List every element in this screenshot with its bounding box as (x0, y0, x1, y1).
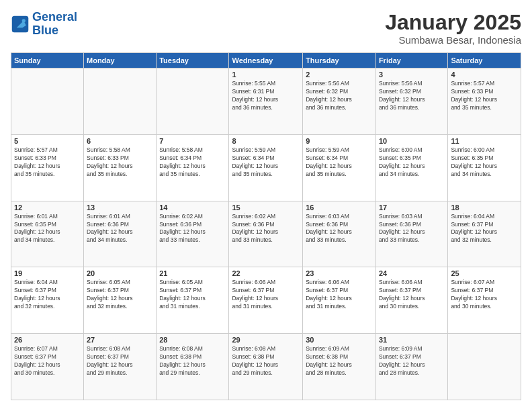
calendar-cell: 13Sunrise: 6:01 AM Sunset: 6:36 PM Dayli… (84, 201, 157, 267)
calendar-cell: 5Sunrise: 5:57 AM Sunset: 6:33 PM Daylig… (11, 134, 84, 201)
day-number: 26 (14, 336, 81, 344)
calendar-cell: 23Sunrise: 6:06 AM Sunset: 6:37 PM Dayli… (303, 267, 376, 334)
day-info: Sunrise: 5:57 AM Sunset: 6:33 PM Dayligh… (451, 80, 518, 112)
day-number: 16 (306, 203, 373, 212)
day-number: 1 (232, 71, 300, 79)
calendar-title: January 2025 (385, 11, 521, 34)
calendar-cell: 27Sunrise: 6:08 AM Sunset: 6:37 PM Dayli… (84, 334, 157, 400)
calendar-cell: 18Sunrise: 6:04 AM Sunset: 6:37 PM Dayli… (448, 201, 521, 267)
day-info: Sunrise: 6:01 AM Sunset: 6:36 PM Dayligh… (87, 213, 153, 245)
calendar-cell (84, 68, 157, 135)
calendar-cell: 22Sunrise: 6:06 AM Sunset: 6:37 PM Dayli… (229, 267, 303, 334)
day-info: Sunrise: 6:05 AM Sunset: 6:37 PM Dayligh… (87, 279, 153, 311)
day-info: Sunrise: 5:57 AM Sunset: 6:33 PM Dayligh… (14, 146, 81, 179)
day-number: 19 (14, 269, 81, 277)
calendar-table: SundayMondayTuesdayWednesdayThursdayFrid… (11, 52, 521, 400)
calendar-body: 1Sunrise: 5:55 AM Sunset: 6:31 PM Daylig… (11, 68, 521, 400)
calendar-week-3: 19Sunrise: 6:04 AM Sunset: 6:37 PM Dayli… (11, 267, 521, 334)
weekday-header-sunday: Sunday (11, 53, 84, 68)
calendar-cell: 3Sunrise: 5:56 AM Sunset: 6:32 PM Daylig… (375, 68, 447, 135)
weekday-header-wednesday: Wednesday (229, 53, 303, 68)
calendar-cell: 20Sunrise: 6:05 AM Sunset: 6:37 PM Dayli… (84, 267, 157, 334)
day-info: Sunrise: 6:08 AM Sunset: 6:38 PM Dayligh… (232, 345, 300, 377)
day-info: Sunrise: 6:06 AM Sunset: 6:37 PM Dayligh… (379, 279, 445, 311)
weekday-row: SundayMondayTuesdayWednesdayThursdayFrid… (11, 53, 521, 68)
day-info: Sunrise: 6:05 AM Sunset: 6:37 PM Dayligh… (159, 279, 226, 311)
day-number: 12 (14, 203, 81, 212)
day-info: Sunrise: 5:58 AM Sunset: 6:34 PM Dayligh… (159, 146, 226, 179)
weekday-header-tuesday: Tuesday (157, 53, 229, 68)
day-info: Sunrise: 6:04 AM Sunset: 6:37 PM Dayligh… (451, 213, 518, 245)
day-number: 30 (306, 336, 373, 344)
day-info: Sunrise: 6:08 AM Sunset: 6:37 PM Dayligh… (87, 345, 153, 377)
day-info: Sunrise: 6:09 AM Sunset: 6:37 PM Dayligh… (379, 345, 445, 377)
day-info: Sunrise: 6:06 AM Sunset: 6:37 PM Dayligh… (232, 279, 300, 311)
day-number: 31 (379, 336, 445, 344)
calendar-cell: 21Sunrise: 6:05 AM Sunset: 6:37 PM Dayli… (157, 267, 229, 334)
weekday-header-friday: Friday (375, 53, 447, 68)
day-number: 8 (232, 137, 300, 145)
calendar-page: General Blue January 2025 Sumbawa Besar,… (0, 0, 532, 411)
day-info: Sunrise: 6:02 AM Sunset: 6:36 PM Dayligh… (159, 213, 226, 245)
day-info: Sunrise: 5:59 AM Sunset: 6:34 PM Dayligh… (306, 146, 373, 179)
calendar-cell: 16Sunrise: 6:03 AM Sunset: 6:36 PM Dayli… (303, 201, 376, 267)
weekday-header-monday: Monday (84, 53, 157, 68)
calendar-cell: 4Sunrise: 5:57 AM Sunset: 6:33 PM Daylig… (448, 68, 521, 135)
calendar-cell: 10Sunrise: 6:00 AM Sunset: 6:35 PM Dayli… (375, 134, 447, 201)
calendar-cell: 2Sunrise: 5:56 AM Sunset: 6:32 PM Daylig… (303, 68, 376, 135)
logo-icon (11, 15, 30, 34)
day-number: 7 (159, 137, 226, 145)
calendar-cell: 8Sunrise: 5:59 AM Sunset: 6:34 PM Daylig… (229, 134, 303, 201)
calendar-cell: 28Sunrise: 6:08 AM Sunset: 6:38 PM Dayli… (157, 334, 229, 400)
calendar-cell: 7Sunrise: 5:58 AM Sunset: 6:34 PM Daylig… (157, 134, 229, 201)
calendar-week-0: 1Sunrise: 5:55 AM Sunset: 6:31 PM Daylig… (11, 68, 521, 135)
day-number: 27 (87, 336, 153, 344)
logo: General Blue (11, 11, 77, 38)
calendar-cell: 6Sunrise: 5:58 AM Sunset: 6:33 PM Daylig… (84, 134, 157, 201)
day-info: Sunrise: 5:58 AM Sunset: 6:33 PM Dayligh… (87, 146, 153, 179)
day-info: Sunrise: 5:56 AM Sunset: 6:32 PM Dayligh… (379, 80, 445, 112)
day-info: Sunrise: 6:08 AM Sunset: 6:38 PM Dayligh… (159, 345, 226, 377)
day-number: 13 (87, 203, 153, 212)
day-number: 28 (159, 336, 226, 344)
day-number: 9 (306, 137, 373, 145)
calendar-cell: 26Sunrise: 6:07 AM Sunset: 6:37 PM Dayli… (11, 334, 84, 400)
calendar-cell (157, 68, 229, 135)
day-info: Sunrise: 6:07 AM Sunset: 6:37 PM Dayligh… (14, 345, 81, 377)
day-info: Sunrise: 6:01 AM Sunset: 6:35 PM Dayligh… (14, 213, 81, 245)
calendar-cell: 1Sunrise: 5:55 AM Sunset: 6:31 PM Daylig… (229, 68, 303, 135)
calendar-cell (448, 334, 521, 400)
svg-point-2 (22, 19, 26, 22)
logo-blue: Blue (32, 24, 77, 38)
logo-general: General (32, 10, 77, 24)
day-number: 17 (379, 203, 445, 212)
day-info: Sunrise: 6:07 AM Sunset: 6:37 PM Dayligh… (451, 279, 518, 311)
day-number: 10 (379, 137, 445, 145)
day-info: Sunrise: 6:09 AM Sunset: 6:38 PM Dayligh… (306, 345, 373, 377)
weekday-header-saturday: Saturday (448, 53, 521, 68)
day-info: Sunrise: 5:56 AM Sunset: 6:32 PM Dayligh… (306, 80, 373, 112)
calendar-cell: 30Sunrise: 6:09 AM Sunset: 6:38 PM Dayli… (303, 334, 376, 400)
logo-text: General Blue (32, 11, 77, 38)
day-number: 29 (232, 336, 300, 344)
calendar-cell: 12Sunrise: 6:01 AM Sunset: 6:35 PM Dayli… (11, 201, 84, 267)
day-number: 22 (232, 269, 300, 277)
day-number: 2 (306, 71, 373, 79)
day-number: 3 (379, 71, 445, 79)
day-info: Sunrise: 6:02 AM Sunset: 6:36 PM Dayligh… (232, 213, 300, 245)
day-number: 20 (87, 269, 153, 277)
day-info: Sunrise: 6:04 AM Sunset: 6:37 PM Dayligh… (14, 279, 81, 311)
day-number: 23 (306, 269, 373, 277)
weekday-header-thursday: Thursday (303, 53, 376, 68)
day-number: 18 (451, 203, 518, 212)
calendar-cell: 15Sunrise: 6:02 AM Sunset: 6:36 PM Dayli… (229, 201, 303, 267)
day-info: Sunrise: 6:00 AM Sunset: 6:35 PM Dayligh… (451, 146, 518, 179)
calendar-cell: 19Sunrise: 6:04 AM Sunset: 6:37 PM Dayli… (11, 267, 84, 334)
calendar-cell: 17Sunrise: 6:03 AM Sunset: 6:36 PM Dayli… (375, 201, 447, 267)
day-info: Sunrise: 6:03 AM Sunset: 6:36 PM Dayligh… (306, 213, 373, 245)
calendar-cell: 24Sunrise: 6:06 AM Sunset: 6:37 PM Dayli… (375, 267, 447, 334)
calendar-week-1: 5Sunrise: 5:57 AM Sunset: 6:33 PM Daylig… (11, 134, 521, 201)
calendar-cell: 9Sunrise: 5:59 AM Sunset: 6:34 PM Daylig… (303, 134, 376, 201)
day-info: Sunrise: 5:55 AM Sunset: 6:31 PM Dayligh… (232, 80, 300, 112)
day-number: 5 (14, 137, 81, 145)
